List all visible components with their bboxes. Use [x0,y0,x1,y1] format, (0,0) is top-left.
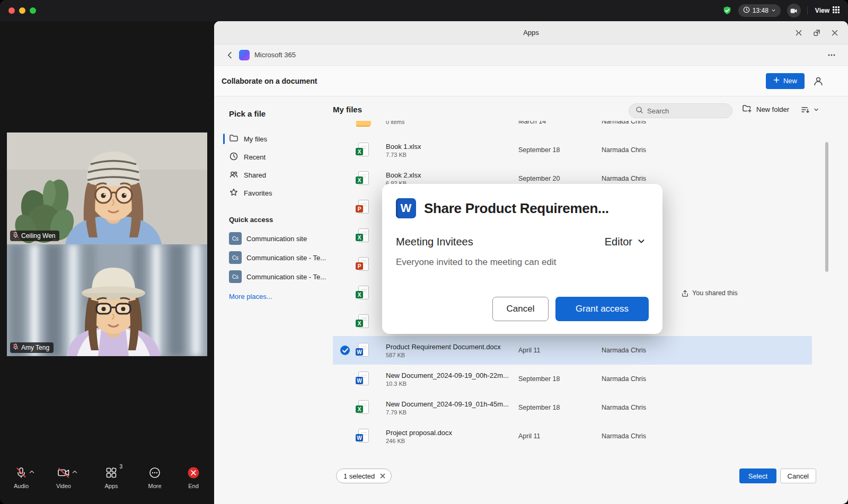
file-name: Book 2.xlsx [386,171,513,179]
file-row[interactable]: XNew Document_2024-09-19_01h-45m...7.79 … [333,393,812,422]
cancel-button[interactable]: Cancel [780,468,816,483]
site-icon: Cs [229,270,242,283]
more-options-icon[interactable] [827,50,836,60]
meeting-timer[interactable]: 13:48 [738,4,781,17]
minimize-window-button[interactable] [19,7,25,14]
back-icon[interactable] [226,51,234,59]
file-owner: Narmada Chris [602,121,681,125]
camera-icon[interactable] [787,4,801,17]
permission-dropdown[interactable]: Editor [605,236,646,248]
file-meta: 587 KB [386,352,513,358]
selected-check-icon [340,346,350,355]
file-date: April 11 [518,432,602,440]
view-label: View [815,7,829,14]
file-row[interactable]: WProduct Requirement Document.docx587 KB… [333,336,812,365]
permission-label: Editor [605,236,632,248]
camera-muted-icon [57,466,70,481]
excel-icon: X [355,171,386,187]
end-call-button[interactable]: End [176,466,210,489]
app-name: Microsoft 365 [254,51,296,59]
scrollbar-thumb[interactable] [825,142,828,272]
svg-text:X: X [358,406,361,412]
quick-access-item[interactable]: Cs Communication site [229,229,324,248]
timer-value: 13:48 [753,7,768,14]
new-button[interactable]: New [766,73,805,89]
mic-muted-icon [12,232,19,240]
collapse-icon[interactable] [794,28,803,38]
file-meta: 7.73 KB [386,152,513,158]
sidebar-item-shared[interactable]: Shared [220,166,324,184]
open-in-new-window-icon[interactable] [812,28,822,38]
participant-avatar [7,132,207,244]
apps-panel-header: Apps [214,21,848,45]
apps-button[interactable]: 3 Apps [94,466,128,489]
file-row[interactable]: 0 itemsMarch 14Narmada Chris [333,121,812,136]
apps-badge: 3 [119,464,122,470]
dialog-cancel-button[interactable]: Cancel [492,297,549,321]
file-name: New Document_2024-09-19_01h-45m... [386,400,513,408]
plus-icon [773,77,780,85]
dialog-header: W Share Product Requiremen... [396,198,649,218]
participant-name-tag: Ceiling Wen [10,231,59,241]
microsoft-365-logo [239,50,250,60]
sidebar-item-favorites[interactable]: Favorites [220,184,324,202]
participant-video[interactable]: Amy Teng [7,244,207,356]
file-row[interactable]: W [333,450,812,456]
file-row[interactable]: XBook 1.xlsx7.73 KBSeptember 18Narmada C… [333,136,812,164]
clock-icon [743,6,750,15]
clock-icon [229,152,238,163]
new-folder-button[interactable]: New folder [742,104,789,115]
account-icon[interactable] [813,76,824,86]
dialog-audience-row: Meeting Invitees Editor [396,236,649,248]
meeting-controls: Audio Video 3 Apps More [0,459,214,504]
file-picker-sidebar: Pick a file My files Recent Shared Favor… [214,96,324,504]
dialog-actions: Cancel Grant access [492,297,649,321]
file-owner: Narmada Chris [602,347,681,354]
select-button[interactable]: Select [739,468,776,483]
sidebar-item-my-files[interactable]: My files [220,130,324,148]
collab-header-row: Collaborate on a document New [214,66,848,96]
file-row[interactable]: WNew Document_2024-09-19_00h-22m...10.3 … [333,365,812,393]
participant-video[interactable]: Ceiling Wen [7,132,207,244]
participant-name-tag: Amy Teng [10,342,54,353]
quick-access-item[interactable]: Cs Communication site - Te... [229,267,324,286]
view-menu[interactable]: View [807,6,840,15]
people-icon [229,170,238,181]
file-date: September 18 [518,404,602,411]
more-label: More [148,483,161,489]
file-owner: Narmada Chris [602,175,681,182]
meeting-stage: Ceiling Wen [0,21,214,504]
file-sharing-status: You shared this [681,289,812,297]
clear-selection-icon[interactable] [379,473,386,479]
file-row[interactable]: WProject proposal.docx246 KBApril 11Narm… [333,422,812,450]
file-owner: Narmada Chris [602,432,681,440]
macos-menubar: 13:48 View [0,0,848,21]
word-icon: W [355,371,386,387]
zoom-window-button[interactable] [30,7,36,14]
close-window-button[interactable] [8,7,15,14]
more-ellipsis-icon [148,466,161,481]
chevron-up-icon[interactable] [29,467,34,475]
sidebar-item-label: My files [244,135,267,143]
excel-icon: X [355,400,386,415]
shield-icon[interactable] [722,6,732,15]
quick-access-item[interactable]: Cs Communication site - Te... [229,248,324,267]
close-icon[interactable] [830,28,840,38]
video-tiles: Ceiling Wen [7,132,207,356]
more-button[interactable]: More [138,466,172,489]
audio-button[interactable]: Audio [4,466,38,489]
sort-button[interactable] [800,105,819,116]
excel-icon: X [355,314,386,330]
chevron-down-icon [771,7,776,14]
search-input[interactable] [647,107,721,115]
quick-access-label: Communication site - Te... [246,273,326,281]
new-folder-icon [742,104,752,115]
chevron-up-icon[interactable] [72,467,77,475]
more-places-link[interactable]: More places... [229,293,272,300]
sidebar-title: Pick a file [229,109,324,118]
grant-access-button[interactable]: Grant access [555,297,649,321]
word-icon: W [355,342,386,358]
sidebar-item-recent[interactable]: Recent [220,148,324,166]
file-owner: Narmada Chris [602,404,681,411]
video-button[interactable]: Video [47,466,81,489]
